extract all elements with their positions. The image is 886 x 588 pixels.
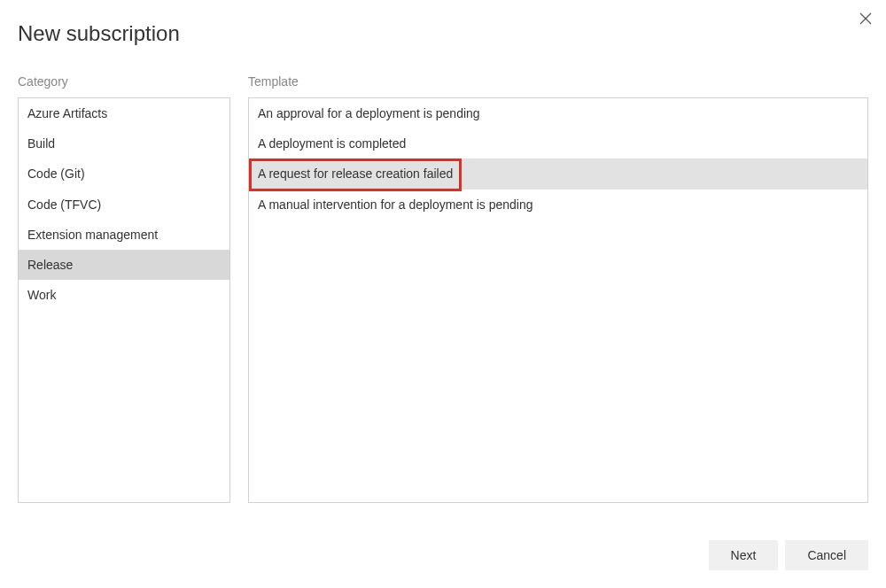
template-item[interactable]: An approval for a deployment is pending <box>249 98 867 128</box>
category-item[interactable]: Work <box>19 280 229 310</box>
category-item[interactable]: Release <box>19 250 229 280</box>
close-button[interactable] <box>858 11 874 27</box>
template-label: Template <box>248 74 868 89</box>
next-button[interactable]: Next <box>709 540 779 570</box>
template-item[interactable]: A manual intervention for a deployment i… <box>249 190 867 220</box>
dialog-title: New subscription <box>18 21 868 46</box>
category-item[interactable]: Build <box>19 128 229 159</box>
template-panel: An approval for a deployment is pendingA… <box>248 97 868 503</box>
category-panel: Azure ArtifactsBuildCode (Git)Code (TFVC… <box>18 97 230 503</box>
category-item[interactable]: Azure Artifacts <box>19 98 229 128</box>
category-label: Category <box>18 74 230 89</box>
cancel-button[interactable]: Cancel <box>785 540 868 570</box>
category-item[interactable]: Extension management <box>19 220 229 250</box>
close-icon <box>859 12 872 25</box>
template-item[interactable]: A request for release creation failed <box>249 159 867 189</box>
category-item[interactable]: Code (Git) <box>19 159 229 189</box>
category-item[interactable]: Code (TFVC) <box>19 190 229 220</box>
template-item[interactable]: A deployment is completed <box>249 128 867 159</box>
